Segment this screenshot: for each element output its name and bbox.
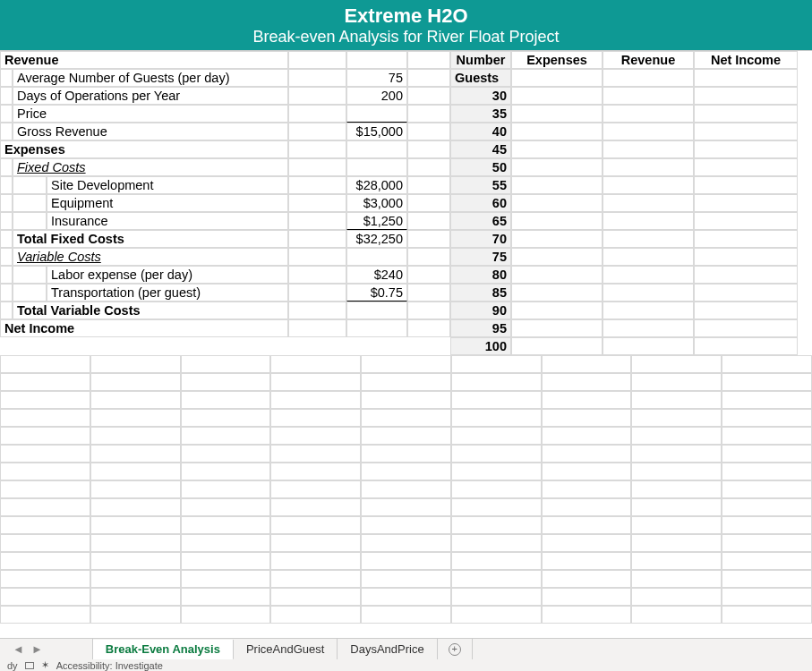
cell[interactable] [361, 480, 451, 498]
cell[interactable] [346, 51, 407, 69]
gross-rev-value[interactable]: $15,000 [346, 123, 407, 140]
cell[interactable] [694, 212, 798, 230]
insurance-value[interactable]: $1,250 [346, 212, 407, 230]
tab-days-and-price[interactable]: DaysAndPrice [338, 639, 437, 659]
cell[interactable] [270, 570, 361, 588]
cell[interactable] [722, 570, 812, 588]
cell[interactable] [694, 266, 798, 284]
cell[interactable] [288, 212, 346, 230]
cell[interactable] [13, 212, 47, 230]
cell[interactable] [90, 498, 181, 516]
cell[interactable] [542, 516, 632, 534]
cell[interactable] [511, 302, 603, 319]
cell[interactable] [288, 51, 346, 69]
cell[interactable] [0, 373, 90, 391]
spreadsheet-grid[interactable]: Revenue Average Number of Guests (per da… [0, 51, 812, 355]
cell[interactable] [0, 302, 13, 319]
cell[interactable] [603, 284, 694, 302]
guest-count-cell[interactable]: 45 [450, 140, 511, 158]
cell[interactable] [451, 480, 542, 498]
cell[interactable] [0, 409, 90, 427]
cell[interactable] [603, 158, 694, 176]
cell[interactable] [270, 606, 361, 624]
cell[interactable] [0, 123, 13, 140]
cell[interactable] [631, 516, 722, 534]
empty-grid-area[interactable] [0, 355, 812, 624]
fixed-costs-label[interactable]: Fixed Costs [13, 158, 288, 176]
guest-count-cell[interactable]: 100 [450, 337, 511, 355]
equipment-value[interactable]: $3,000 [346, 194, 407, 212]
cell[interactable] [13, 194, 47, 212]
site-dev-label[interactable]: Site Development [47, 176, 288, 194]
cell[interactable] [603, 248, 694, 266]
right-table[interactable]: Number Expenses Revenue Net Income Guest… [450, 51, 798, 355]
col-header-guests2[interactable]: Guests [450, 69, 511, 87]
cell[interactable] [722, 445, 812, 463]
transport-label[interactable]: Transportation (per guest) [47, 284, 288, 302]
col-header-netincome[interactable]: Net Income [694, 51, 798, 69]
new-sheet-button[interactable]: + [438, 639, 473, 659]
cell[interactable] [631, 570, 722, 588]
cell[interactable] [603, 266, 694, 284]
transport-value[interactable]: $0.75 [346, 284, 407, 302]
cell[interactable] [0, 248, 13, 266]
cell[interactable] [694, 69, 798, 87]
cell[interactable] [270, 516, 361, 534]
cell[interactable] [0, 480, 90, 498]
cell[interactable] [603, 176, 694, 194]
cell[interactable] [631, 355, 722, 373]
cell[interactable] [407, 248, 450, 266]
cell[interactable] [542, 588, 632, 606]
cell[interactable] [451, 463, 542, 480]
cell[interactable] [361, 355, 451, 373]
cell[interactable] [603, 105, 694, 123]
cell[interactable] [694, 105, 798, 123]
cell[interactable] [451, 498, 542, 516]
cell[interactable] [90, 355, 181, 373]
cell[interactable] [451, 373, 542, 391]
cell[interactable] [542, 445, 632, 463]
cell[interactable] [722, 606, 812, 624]
cell[interactable] [270, 588, 361, 606]
cell[interactable] [90, 391, 181, 409]
cell[interactable] [90, 445, 181, 463]
cell[interactable] [288, 319, 346, 337]
cell[interactable] [722, 355, 812, 373]
cell[interactable] [181, 498, 271, 516]
cell[interactable] [361, 588, 451, 606]
cell[interactable] [90, 552, 181, 570]
cell[interactable] [288, 140, 346, 158]
cell[interactable] [694, 302, 798, 319]
cell[interactable] [722, 480, 812, 498]
cell[interactable] [361, 552, 451, 570]
cell[interactable] [542, 606, 632, 624]
cell[interactable] [270, 391, 361, 409]
cell[interactable] [90, 373, 181, 391]
price-value[interactable] [346, 105, 407, 123]
cell[interactable] [407, 319, 450, 337]
cell[interactable] [511, 319, 603, 337]
cell[interactable] [270, 409, 361, 427]
guest-count-cell[interactable]: 90 [450, 302, 511, 319]
cell[interactable] [0, 570, 90, 588]
cell[interactable] [181, 409, 271, 427]
cell[interactable] [361, 516, 451, 534]
cell[interactable] [694, 337, 798, 355]
cell[interactable] [361, 427, 451, 445]
cell[interactable] [631, 445, 722, 463]
cell[interactable] [361, 391, 451, 409]
cell[interactable] [90, 463, 181, 480]
cell[interactable] [542, 391, 632, 409]
cell[interactable] [542, 409, 632, 427]
cell[interactable] [451, 570, 542, 588]
cell[interactable] [631, 588, 722, 606]
cell[interactable] [542, 534, 632, 552]
cell[interactable] [603, 337, 694, 355]
cell[interactable] [722, 463, 812, 480]
total-fixed-label[interactable]: Total Fixed Costs [13, 230, 288, 248]
avg-guests-value[interactable]: 75 [346, 69, 407, 87]
tab-next-icon[interactable]: ► [31, 642, 43, 656]
col-header-revenue[interactable]: Revenue [603, 51, 694, 69]
cell[interactable] [451, 606, 542, 624]
tab-nav-arrows[interactable]: ◄ ► [0, 639, 56, 659]
